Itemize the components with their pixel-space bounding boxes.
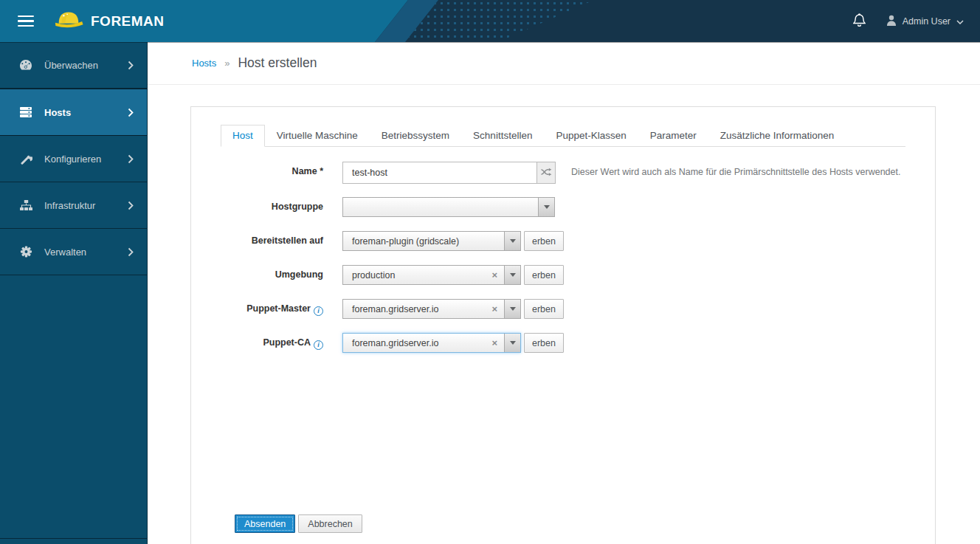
tab-parameter[interactable]: Parameter — [638, 125, 708, 147]
sidebar-item-konfigurieren[interactable]: Konfigurieren — [0, 136, 147, 182]
puppet-master-select[interactable]: foreman.gridserver.io × — [342, 299, 521, 319]
sitemap-icon — [18, 200, 33, 211]
dropdown-arrow-icon[interactable] — [538, 198, 554, 216]
breadcrumb: Hosts » Host erstellen — [148, 42, 980, 85]
cancel-button[interactable]: Abbrechen — [298, 514, 362, 533]
breadcrumb-hosts-link[interactable]: Hosts — [192, 58, 216, 69]
puppet-master-inherit-button[interactable]: erben — [524, 299, 564, 319]
sidebar-item-label: Verwalten — [44, 247, 86, 258]
puppet-ca-selected-value: foreman.gridserver.io — [343, 334, 491, 352]
top-navbar: FOREMAN Admin User — [0, 0, 980, 42]
chevron-right-icon — [128, 154, 134, 164]
environment-selected-value: production — [343, 266, 491, 284]
clear-selection-icon[interactable]: × — [491, 266, 504, 284]
environment-inherit-button[interactable]: erben — [524, 265, 564, 285]
environment-select[interactable]: production × — [342, 265, 521, 285]
clear-selection-icon[interactable]: × — [491, 300, 504, 318]
puppet-ca-inherit-button[interactable]: erben — [524, 333, 564, 353]
submit-button[interactable]: Absenden — [235, 514, 295, 533]
name-label: Name * — [221, 162, 323, 177]
wrench-icon — [18, 153, 33, 165]
hostgroup-selected-value — [343, 198, 538, 216]
host-form: Name * — [221, 162, 905, 533]
name-help-text: Dieser Wert wird auch als Name für die P… — [571, 162, 900, 177]
form-row-puppet-master: Puppet-Masteri foreman.gridserver.io × e… — [221, 299, 905, 319]
hard-hat-logo-icon — [53, 8, 84, 34]
form-row-name: Name * — [221, 162, 905, 184]
info-icon[interactable]: i — [314, 340, 323, 350]
tab-host[interactable]: Host — [221, 125, 265, 147]
hostgroup-select[interactable] — [342, 197, 555, 217]
tab-virtuelle-maschine[interactable]: Virtuelle Maschine — [265, 125, 370, 147]
form-row-umgebung: Umgebung production × erben — [221, 265, 905, 285]
environment-label: Umgebung — [221, 265, 323, 280]
sidebar-item-label: Hosts — [44, 107, 71, 118]
sidebar-item-label: Infrastruktur — [44, 200, 95, 211]
dropdown-arrow-icon[interactable] — [504, 232, 520, 250]
sidebar-item-verwalten[interactable]: Verwalten — [0, 229, 147, 275]
host-form-card: Host Virtuelle Maschine Betriebssystem S… — [190, 106, 936, 544]
breadcrumb-separator: » — [224, 58, 230, 69]
dropdown-arrow-icon[interactable] — [504, 334, 520, 352]
puppet-ca-select[interactable]: foreman.gridserver.io × — [342, 333, 521, 353]
sidebar-item-infrastruktur[interactable]: Infrastruktur — [0, 182, 147, 229]
chevron-right-icon — [128, 108, 134, 117]
puppet-master-label: Puppet-Master — [246, 303, 311, 314]
deploy-on-select[interactable]: foreman-plugin (gridscale) — [342, 231, 521, 251]
user-name: Admin User — [903, 16, 950, 27]
caret-down-icon — [956, 16, 964, 27]
chevron-right-icon — [128, 201, 134, 210]
page-title: Host erstellen — [238, 55, 317, 71]
form-tabs: Host Virtuelle Maschine Betriebssystem S… — [221, 125, 905, 147]
user-avatar-icon — [886, 15, 897, 28]
name-input[interactable] — [342, 162, 537, 184]
deploy-on-label: Bereitstellen auf — [221, 231, 323, 247]
form-empty-space — [221, 367, 905, 514]
random-icon — [541, 168, 552, 179]
brand-title: FOREMAN — [91, 13, 165, 30]
deploy-on-inherit-button[interactable]: erben — [524, 231, 564, 251]
deploy-on-selected-value: foreman-plugin (gridscale) — [343, 232, 504, 250]
sidebar-item-label: Überwachen — [44, 60, 98, 71]
server-icon — [18, 106, 33, 118]
sidebar-item-label: Konfigurieren — [44, 154, 101, 165]
chevron-right-icon — [128, 61, 134, 70]
sidebar-item-hosts[interactable]: Hosts — [0, 89, 147, 136]
form-actions: Absenden Abbrechen — [235, 514, 905, 533]
tab-betriebssystem[interactable]: Betriebssystem — [370, 125, 461, 147]
user-menu[interactable]: Admin User — [886, 15, 964, 28]
tab-zusaetzliche-informationen[interactable]: Zusätzliche Informationen — [708, 125, 846, 147]
chevron-right-icon — [128, 247, 134, 257]
form-row-bereitstellen-auf: Bereitstellen auf foreman-plugin (gridsc… — [221, 231, 905, 251]
randomize-name-button[interactable] — [537, 162, 556, 184]
foreman-brand[interactable]: FOREMAN — [53, 8, 165, 34]
clear-selection-icon[interactable]: × — [491, 334, 504, 352]
gauge-icon — [18, 59, 33, 71]
main-content: Hosts » Host erstellen Host Virtuelle Ma… — [148, 42, 980, 544]
sidebar-nav: Überwachen Hosts — [0, 42, 148, 544]
info-icon[interactable]: i — [314, 306, 323, 316]
puppet-ca-label: Puppet-CA — [263, 337, 311, 348]
tab-puppet-klassen[interactable]: Puppet-Klassen — [544, 125, 638, 147]
gear-icon — [18, 246, 33, 258]
hostgroup-label: Hostgruppe — [221, 197, 323, 213]
sidebar-item-ueberwachen[interactable]: Überwachen — [0, 42, 147, 89]
form-row-puppet-ca: Puppet-CAi foreman.gridserver.io × erben — [221, 333, 905, 353]
hamburger-menu-icon[interactable] — [18, 13, 34, 30]
dropdown-arrow-icon[interactable] — [504, 266, 520, 284]
puppet-master-selected-value: foreman.gridserver.io — [343, 300, 491, 318]
notifications-bell-icon[interactable] — [853, 13, 866, 30]
form-row-hostgruppe: Hostgruppe — [221, 197, 905, 217]
tab-schnittstellen[interactable]: Schnittstellen — [461, 125, 544, 147]
sidebar-footer-divider — [0, 538, 147, 544]
dropdown-arrow-icon[interactable] — [504, 300, 520, 318]
